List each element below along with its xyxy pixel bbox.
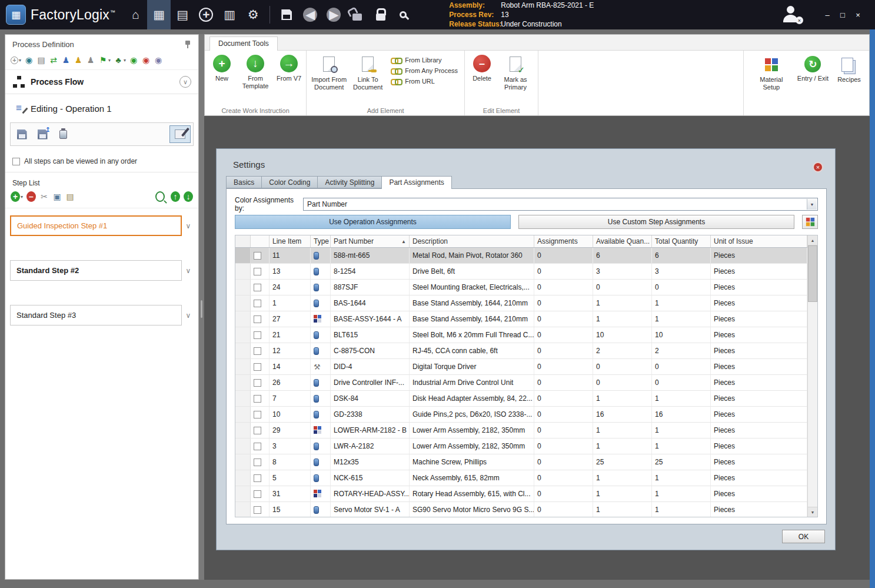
delete-button[interactable]: Delete [468, 52, 496, 85]
back-icon[interactable] [298, 0, 322, 29]
row-checkbox[interactable] [254, 443, 261, 450]
user-gold-icon[interactable] [73, 54, 84, 66]
column-header-description[interactable]: Description [410, 235, 534, 247]
process-flow-row[interactable]: Process Flow ∨ [5, 69, 198, 94]
print-icon[interactable] [36, 54, 46, 66]
exchange-icon[interactable] [48, 54, 59, 66]
column-header-unit-of-issue[interactable]: Unit of Issue [711, 235, 807, 247]
row-checkbox[interactable] [254, 490, 261, 498]
row-checkbox[interactable] [254, 347, 261, 355]
copy-step-icon[interactable] [52, 191, 62, 202]
table-row[interactable]: 15Servo Motor SV-1 - ASG90 Servo Motor M… [235, 502, 807, 517]
forward-icon[interactable] [322, 0, 345, 29]
use-operation-assignments-button[interactable]: Use Operation Assignments [235, 215, 511, 229]
chevron-down-icon[interactable]: ∨ [182, 311, 195, 320]
process-definition-icon[interactable] [147, 0, 171, 29]
settings-gear-icon[interactable] [241, 0, 265, 29]
start-icon[interactable] [128, 54, 139, 66]
step-item-standard-step-2[interactable]: Standard Step #2 [10, 260, 182, 281]
color-assignments-dropdown[interactable]: Part Number ▼ [303, 198, 818, 211]
table-row[interactable]: 138-1254Drive Belt, 6ft033Pieces [235, 264, 807, 280]
link-to-document-button[interactable]: Link To Document [348, 52, 387, 94]
row-checkbox[interactable] [254, 459, 261, 466]
web-icon[interactable] [24, 54, 34, 66]
close-button[interactable]: × [850, 7, 866, 22]
user-shield-icon[interactable] [85, 54, 96, 66]
unlock-icon[interactable] [345, 0, 369, 29]
minimize-button[interactable]: – [820, 7, 835, 22]
from-any-process-button[interactable]: From Any Process [391, 67, 458, 74]
material-setup-button[interactable]: Material Setup [752, 53, 791, 94]
entry-exit-button[interactable]: Entry / Exit [796, 53, 830, 85]
table-row[interactable]: 26Drive Controller INF-...Industrial Arm… [235, 375, 807, 391]
navigator-icon[interactable] [194, 0, 218, 29]
table-row[interactable]: 5NCK-615Neck Assembly, 615, 82mm011Piece… [235, 470, 807, 486]
row-checkbox[interactable] [254, 427, 261, 434]
table-row[interactable]: 29LOWER-ARM-2182 - BLower Arm Assembly, … [235, 423, 807, 438]
column-header-available-quan[interactable]: Available Quan... [593, 235, 652, 247]
row-checkbox[interactable] [254, 300, 261, 307]
use-custom-step-assignments-button[interactable]: Use Custom Step Assignments [518, 215, 794, 229]
move-up-icon[interactable] [170, 191, 181, 202]
sidebar-splitter[interactable] [199, 34, 204, 580]
color-legend-button[interactable] [802, 215, 818, 229]
row-checkbox[interactable] [254, 268, 261, 275]
row-checkbox[interactable] [254, 379, 261, 387]
move-down-icon[interactable] [183, 191, 194, 202]
table-row[interactable]: 14⚒DID-4Digital Torque Driver000Pieces [235, 359, 807, 375]
column-header-part-number[interactable]: Part Number▲ [331, 235, 410, 247]
tab-basics[interactable]: Basics [226, 176, 261, 188]
publish-icon[interactable]: ▾ [98, 54, 111, 66]
table-scrollbar[interactable]: ▲ ▼ [807, 235, 817, 517]
table-row[interactable]: 1BAS-1644Base Stand Assembly, 1644, 210m… [235, 295, 807, 311]
user-blue-icon[interactable] [61, 54, 71, 66]
table-row[interactable]: 7DSK-84Disk Head Adapter Assembly, 84, 2… [235, 391, 807, 407]
table-row[interactable]: 8M12x35Machine Screw, Phillips02525Piece… [235, 454, 807, 470]
inspect-icon[interactable] [392, 0, 416, 29]
tab-document-tools[interactable]: Document Tools [209, 36, 278, 51]
home-icon[interactable] [124, 0, 147, 29]
row-checkbox[interactable] [254, 363, 261, 371]
import-from-document-button[interactable]: Import From Document [310, 52, 348, 94]
row-checkbox[interactable] [254, 252, 261, 260]
scroll-up-icon[interactable]: ▲ [808, 235, 817, 245]
paste-step-icon[interactable] [65, 191, 75, 202]
table-row[interactable]: 31ROTARY-HEAD-ASSY...Rotary Head Assembl… [235, 486, 807, 502]
status-icon[interactable] [153, 54, 164, 66]
row-checkbox[interactable] [254, 474, 261, 482]
pin-icon[interactable] [184, 40, 191, 49]
tab-part-assignments[interactable]: Part Assignments [381, 176, 451, 189]
tab-color-coding[interactable]: Color Coding [261, 176, 317, 188]
lock-icon[interactable] [369, 0, 392, 29]
save-icon[interactable] [275, 0, 298, 29]
chevron-down-icon[interactable]: ∨ [182, 222, 195, 230]
news-icon[interactable] [218, 0, 241, 29]
table-row[interactable]: 21BLT615Steel Bolt, M6 x 20mm Full Threa… [235, 327, 807, 343]
mark-as-primary-button[interactable]: Mark as Primary [496, 52, 535, 94]
user-account-icon[interactable]: × [782, 5, 800, 24]
column-header-line-item[interactable]: Line Item [270, 235, 311, 247]
dialog-close-button[interactable]: × [813, 162, 823, 172]
add-icon[interactable]: ▾ [10, 54, 22, 66]
table-row[interactable]: 11588-mt-665Metal Rod, Main Pivot, Rotat… [235, 248, 807, 264]
row-checkbox[interactable] [254, 506, 261, 514]
from-v7-button[interactable]: From V7 [275, 52, 303, 85]
table-row[interactable]: 24887SJFSteel Mounting Bracket, Electric… [235, 280, 807, 295]
table-row[interactable]: 3LWR-A-2182Lower Arm Assembly, 2182, 350… [235, 438, 807, 454]
column-header-type[interactable]: Type [311, 235, 331, 247]
remove-step-icon[interactable] [26, 191, 36, 202]
scroll-down-icon[interactable]: ▼ [808, 507, 817, 517]
tab-activity-splitting[interactable]: Activity Splitting [317, 176, 381, 188]
ok-button[interactable]: OK [782, 530, 825, 543]
production-docs-icon[interactable] [171, 0, 194, 29]
cut-step-icon[interactable] [39, 191, 49, 202]
edit-work-instruction-button[interactable] [169, 125, 191, 143]
add-step-icon[interactable]: ▾ [10, 191, 24, 202]
row-checkbox[interactable] [254, 315, 261, 323]
stop-icon[interactable] [141, 54, 151, 66]
step-item-guided-inspection-step-1[interactable]: Guided Inspection Step #1 [10, 215, 182, 236]
row-checkbox[interactable] [254, 331, 261, 339]
collapse-icon[interactable]: ∨ [179, 76, 191, 88]
recipes-button[interactable]: Recipes [835, 53, 863, 87]
chevron-down-icon[interactable]: ∨ [182, 267, 195, 275]
